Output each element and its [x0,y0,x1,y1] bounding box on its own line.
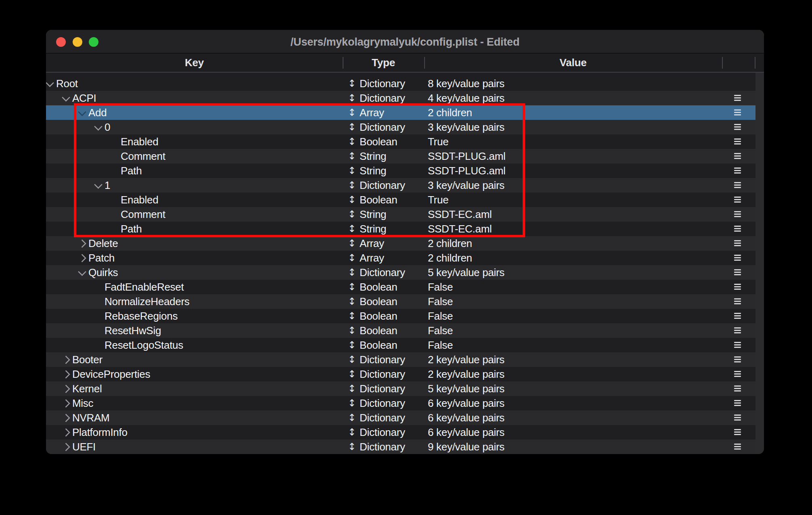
table-row-comment[interactable]: Comment↕StringSSDT-PLUG.aml [46,149,755,163]
row-menu-icon[interactable] [734,342,741,348]
table-row-misc[interactable]: Misc↕Dictionary6 key/value pairs [46,396,755,410]
key-cell[interactable]: Path [121,163,142,178]
value-cell[interactable]: False [428,338,453,352]
value-cell[interactable]: 5 key/value pairs [428,381,504,396]
disclosure-down-icon[interactable] [94,180,103,189]
disclosure-right-icon[interactable] [62,356,70,364]
value-cell[interactable]: 3 key/value pairs [428,178,504,193]
row-menu-icon[interactable] [734,400,741,406]
type-dropdown[interactable]: ↕String [348,222,386,236]
value-cell[interactable]: SSDT-PLUG.aml [428,163,506,178]
disclosure-down-icon[interactable] [46,79,54,87]
type-dropdown[interactable]: ↕String [348,149,386,163]
key-cell[interactable]: Patch [88,251,115,265]
column-header-type[interactable]: Type [343,54,424,72]
key-cell[interactable]: UEFI [72,440,96,454]
value-cell[interactable]: 8 key/value pairs [428,76,504,91]
value-cell[interactable]: 3 key/value pairs [428,120,504,134]
value-cell[interactable]: 6 key/value pairs [428,425,504,440]
type-dropdown[interactable]: ↕String [348,163,386,178]
disclosure-right-icon[interactable] [62,399,70,408]
value-cell[interactable]: 2 key/value pairs [428,352,504,367]
key-cell[interactable]: RebaseRegions [105,309,178,323]
type-dropdown[interactable]: ↕Boolean [348,294,397,309]
type-dropdown[interactable]: ↕Dictionary [348,425,405,440]
key-cell[interactable]: Enabled [121,134,158,149]
table-row-uefi[interactable]: UEFI↕Dictionary9 key/value pairs [46,440,755,454]
value-cell[interactable]: 2 children [428,236,472,251]
table-row-rebaseregions[interactable]: RebaseRegions↕BooleanFalse [46,309,755,323]
key-cell[interactable]: Quirks [88,265,118,280]
disclosure-right-icon[interactable] [78,254,86,262]
key-cell[interactable]: ResetLogoStatus [105,338,183,352]
column-divider[interactable] [343,57,343,69]
key-cell[interactable]: Comment [121,149,165,163]
type-dropdown[interactable]: ↕Boolean [348,338,397,352]
value-cell[interactable]: 6 key/value pairs [428,410,504,425]
table-row-0[interactable]: 0↕Dictionary3 key/value pairs [46,120,755,134]
row-menu-icon[interactable] [734,298,741,304]
table-row-path[interactable]: Path↕StringSSDT-PLUG.aml [46,163,755,178]
row-menu-icon[interactable] [734,109,741,115]
key-cell[interactable]: DeviceProperties [72,367,150,381]
disclosure-right-icon[interactable] [62,428,70,437]
row-menu-icon[interactable] [734,255,741,261]
type-dropdown[interactable]: ↕Boolean [348,323,397,338]
row-menu-icon[interactable] [734,444,741,450]
key-cell[interactable]: 1 [105,178,110,193]
disclosure-down-icon[interactable] [78,268,86,276]
type-dropdown[interactable]: ↕Boolean [348,280,397,294]
row-menu-icon[interactable] [734,385,741,391]
key-cell[interactable]: ACPI [72,91,96,105]
type-dropdown[interactable]: ↕Boolean [348,309,397,323]
table-row-booter[interactable]: Booter↕Dictionary2 key/value pairs [46,352,755,367]
table-row-normalizeheaders[interactable]: NormalizeHeaders↕BooleanFalse [46,294,755,309]
type-dropdown[interactable]: ↕String [348,207,386,222]
key-cell[interactable]: Add [88,105,107,120]
row-menu-icon[interactable] [734,327,741,333]
disclosure-right-icon[interactable] [62,414,70,422]
table-row-add[interactable]: Add↕Array2 children [46,105,755,120]
table-row-acpi[interactable]: ACPI↕Dictionary4 key/value pairs [46,91,755,105]
disclosure-down-icon[interactable] [94,122,103,131]
value-cell[interactable]: True [428,134,448,149]
disclosure-right-icon[interactable] [62,385,70,393]
disclosure-right-icon[interactable] [62,370,70,379]
row-menu-icon[interactable] [734,138,741,144]
table-row-fadtenablereset[interactable]: FadtEnableReset↕BooleanFalse [46,280,755,294]
row-menu-icon[interactable] [734,226,741,232]
table-row-1[interactable]: 1↕Dictionary3 key/value pairs [46,178,755,193]
column-header-key[interactable]: Key [46,54,343,72]
table-row-path[interactable]: Path↕StringSSDT-EC.aml [46,222,755,236]
value-cell[interactable]: 2 key/value pairs [428,367,504,381]
key-cell[interactable]: ResetHwSig [105,323,161,338]
key-cell[interactable]: Kernel [72,381,102,396]
table-row-nvram[interactable]: NVRAM↕Dictionary6 key/value pairs [46,410,755,425]
type-dropdown[interactable]: ↕Array [348,105,384,120]
type-dropdown[interactable]: ↕Dictionary [348,265,405,280]
key-cell[interactable]: Delete [88,236,118,251]
row-menu-icon[interactable] [734,371,741,377]
table-row-platforminfo[interactable]: PlatformInfo↕Dictionary6 key/value pairs [46,425,755,440]
type-dropdown[interactable]: ↕Array [348,236,384,251]
type-dropdown[interactable]: ↕Dictionary [348,91,405,105]
type-dropdown[interactable]: ↕Dictionary [348,76,405,91]
value-cell[interactable]: False [428,309,453,323]
table-row-deviceproperties[interactable]: DeviceProperties↕Dictionary2 key/value p… [46,367,755,381]
table-row-root[interactable]: Root↕Dictionary8 key/value pairs [46,76,755,91]
row-menu-icon[interactable] [734,153,741,159]
value-cell[interactable]: 2 children [428,105,472,120]
row-menu-icon[interactable] [734,182,741,188]
value-cell[interactable]: False [428,323,453,338]
key-cell[interactable]: Path [121,222,142,236]
value-cell[interactable]: 4 key/value pairs [428,91,504,105]
row-menu-icon[interactable] [734,124,741,130]
key-cell[interactable]: FadtEnableReset [105,280,184,294]
row-menu-icon[interactable] [734,429,741,435]
type-dropdown[interactable]: ↕Boolean [348,134,397,149]
row-menu-icon[interactable] [734,197,741,203]
disclosure-down-icon[interactable] [62,93,70,102]
row-menu-icon[interactable] [734,211,741,217]
type-dropdown[interactable]: ↕Dictionary [348,396,405,410]
value-cell[interactable]: 5 key/value pairs [428,265,504,280]
